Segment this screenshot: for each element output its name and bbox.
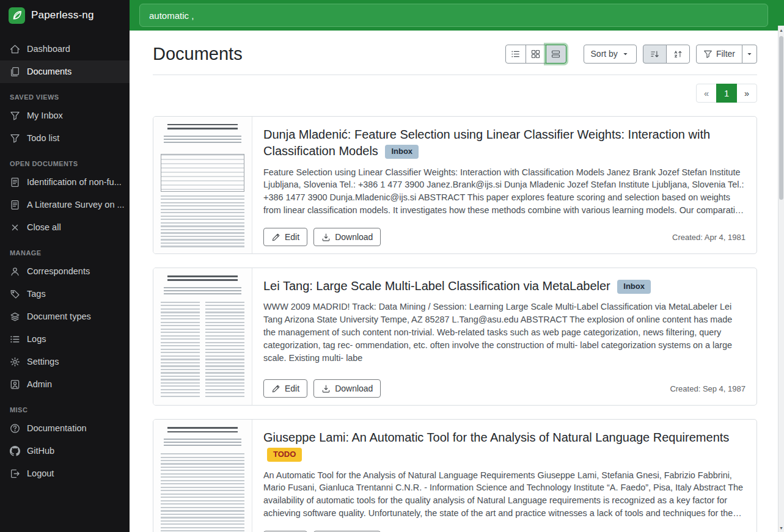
scrollbar[interactable]: ▲ ▼ xyxy=(778,26,784,532)
sidebar-item-label: Close all xyxy=(27,222,61,233)
sort-direction-toggle xyxy=(643,45,690,64)
edit-button-label: Edit xyxy=(285,232,299,242)
sidebar-item-open-document-2[interactable]: A Literature Survey on ... xyxy=(0,194,130,216)
sidebar-item-close-all[interactable]: Close all xyxy=(0,216,130,239)
sort-descending-button[interactable] xyxy=(643,45,667,64)
pagination-next-button[interactable]: » xyxy=(736,84,757,103)
thumbnail-placeholder xyxy=(161,453,244,532)
document-title[interactable]: Giuseppe Lami: An Automatic Tool for the… xyxy=(263,429,746,462)
download-button[interactable]: Download xyxy=(313,228,381,246)
document-title[interactable]: Lei Tang: Large Scale Multi-Label Classi… xyxy=(263,278,746,294)
scrollbar-down-arrow[interactable]: ▼ xyxy=(779,523,784,532)
scrollbar-thumb[interactable] xyxy=(779,36,783,200)
top-navbar xyxy=(130,0,784,31)
sort-ascending-button[interactable] xyxy=(666,45,690,64)
document-title-text: Giuseppe Lami: An Automatic Tool for the… xyxy=(263,431,729,444)
list-view-icon xyxy=(511,49,520,59)
sidebar-item-label: Logout xyxy=(27,468,54,479)
document-thumbnail[interactable] xyxy=(153,420,252,532)
download-button-label: Download xyxy=(335,384,373,393)
sort-by-dropdown[interactable]: Sort by xyxy=(584,45,637,64)
sidebar-item-label: Logs xyxy=(27,333,46,345)
sidebar-item-label: Tags xyxy=(27,288,46,300)
thumbnail-placeholder xyxy=(161,302,244,399)
sidebar-item-logs[interactable]: Logs xyxy=(0,328,130,351)
sidebar-section-misc: MISC xyxy=(0,396,130,417)
stack-icon xyxy=(10,312,20,322)
document-title[interactable]: Dunja Mladenić: Feature Selection using … xyxy=(263,126,746,159)
thumbnail-placeholder xyxy=(164,439,241,448)
tag-badge[interactable]: Inbox xyxy=(617,280,651,294)
github-icon xyxy=(10,446,20,456)
main-content: Documents Sort by xyxy=(130,31,778,532)
sort-descending-icon xyxy=(650,49,659,59)
sidebar-item-label: Documents xyxy=(27,66,71,78)
tag-badge[interactable]: TODO xyxy=(267,448,302,462)
sidebar: Paperless-ng Dashboard Documents SAVED V… xyxy=(0,0,130,532)
edit-button[interactable]: Edit xyxy=(263,379,307,398)
files-icon xyxy=(10,67,20,77)
document-card: Lei Tang: Large Scale Multi-Label Classi… xyxy=(153,268,757,406)
sidebar-item-label: Correspondents xyxy=(27,266,90,277)
sidebar-item-logout[interactable]: Logout xyxy=(0,462,130,485)
filter-dropdown-toggle[interactable] xyxy=(742,45,757,64)
sidebar-section-manage: MANAGE xyxy=(0,239,130,260)
funnel-icon xyxy=(10,133,20,144)
sidebar-item-todo-list[interactable]: Todo list xyxy=(0,127,130,150)
document-card-footer: Edit Download xyxy=(263,523,746,532)
funnel-icon xyxy=(10,111,20,121)
sidebar-item-my-inbox[interactable]: My Inbox xyxy=(0,104,130,127)
details-view-icon xyxy=(551,49,560,59)
sidebar-item-admin[interactable]: Admin xyxy=(0,373,130,396)
edit-button[interactable]: Edit xyxy=(263,228,307,246)
document-description: WWW 2009 MADRID! Track: Data Mining / Se… xyxy=(263,301,746,364)
thumbnail-placeholder xyxy=(161,195,244,247)
thumbnail-placeholder xyxy=(167,124,238,130)
sidebar-item-label: Identification of non-fu... xyxy=(27,177,122,188)
sidebar-item-tags[interactable]: Tags xyxy=(0,283,130,305)
view-grid-button[interactable] xyxy=(526,45,546,64)
sidebar-item-label: Documentation xyxy=(27,423,87,434)
tag-icon xyxy=(10,289,20,299)
pagination-page-1-button[interactable]: 1 xyxy=(716,84,737,103)
thumbnail-placeholder xyxy=(167,275,238,282)
sidebar-item-open-document-1[interactable]: Identification of non-fu... xyxy=(0,171,130,194)
sidebar-item-settings[interactable]: Settings xyxy=(0,351,130,373)
sidebar-item-correspondents[interactable]: Correspondents xyxy=(0,260,130,283)
download-button[interactable]: Download xyxy=(313,379,381,398)
sidebar-item-documents[interactable]: Documents xyxy=(0,60,130,83)
created-date: Created: Apr 4, 1981 xyxy=(672,233,746,242)
sidebar-item-label: Settings xyxy=(27,356,59,368)
view-details-button[interactable] xyxy=(546,45,566,64)
document-thumbnail[interactable] xyxy=(153,268,252,405)
thumbnail-placeholder xyxy=(164,287,241,296)
document-card: Dunja Mladenić: Feature Selection using … xyxy=(153,116,757,254)
thumbnail-placeholder xyxy=(161,154,244,192)
pagination: « 1 » xyxy=(696,84,757,103)
sidebar-item-github[interactable]: GitHub xyxy=(0,440,130,462)
page-title: Documents xyxy=(153,43,243,65)
filter-button[interactable]: Filter xyxy=(696,45,742,64)
sidebar-item-dashboard[interactable]: Dashboard xyxy=(0,38,130,60)
sidebar-item-documentation[interactable]: Documentation xyxy=(0,417,130,440)
view-list-button[interactable] xyxy=(505,45,526,64)
document-card-body: Giuseppe Lami: An Automatic Tool for the… xyxy=(252,420,757,532)
scrollbar-up-arrow[interactable]: ▲ xyxy=(779,26,784,34)
file-text-icon xyxy=(10,200,20,210)
sidebar-item-label: GitHub xyxy=(27,445,54,457)
sort-by-label: Sort by xyxy=(591,49,618,59)
app-title: Paperless-ng xyxy=(31,9,94,21)
sidebar-item-document-types[interactable]: Document types xyxy=(0,305,130,328)
download-icon xyxy=(321,384,331,393)
document-thumbnail[interactable] xyxy=(153,117,252,253)
search-input[interactable] xyxy=(139,4,768,27)
download-icon xyxy=(321,233,331,242)
view-mode-toggle xyxy=(505,45,566,64)
sidebar-item-label: My Inbox xyxy=(27,110,63,122)
sidebar-section-saved-views: SAVED VIEWS xyxy=(0,83,130,104)
pagination-prev-button[interactable]: « xyxy=(696,84,717,103)
app-brand[interactable]: Paperless-ng xyxy=(0,0,130,31)
document-description: An Automatic Tool for the Analysis of Na… xyxy=(263,469,746,520)
sidebar-item-label: Admin xyxy=(27,379,52,390)
tag-badge[interactable]: Inbox xyxy=(385,145,419,159)
